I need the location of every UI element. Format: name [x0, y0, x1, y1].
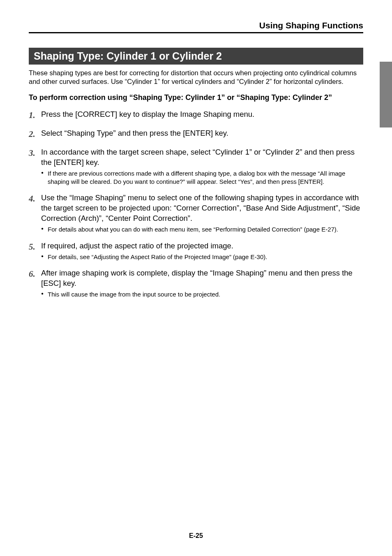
step-number: 2. [29, 128, 41, 140]
step-notes: If there are previous corrections made w… [41, 169, 363, 185]
step-body: If required, adjust the aspect ratio of … [41, 241, 363, 261]
step-number: 1. [29, 109, 41, 121]
main-content: Shaping Type: Cylinder 1 or Cylinder 2 T… [29, 48, 363, 299]
section-tab-marker [380, 62, 392, 127]
step-notes: For details, see “Adjusting the Aspect R… [41, 253, 363, 261]
procedure-steps-list: 1. Press the [CORRECT] key to display th… [29, 109, 363, 299]
procedure-step: 6. After image shaping work is complete,… [29, 268, 363, 298]
step-number: 6. [29, 268, 41, 298]
step-notes: This will cause the image from the input… [41, 290, 363, 299]
step-note: This will cause the image from the input… [41, 290, 363, 299]
step-text: Press the [CORRECT] key to display the I… [41, 109, 363, 120]
step-note: For details about what you can do with e… [41, 225, 363, 234]
step-text: If required, adjust the aspect ratio of … [41, 241, 363, 251]
step-body: Use the “Image Shaping” menu to select o… [41, 193, 363, 233]
procedure-step: 2. Select “Shaping Type” and then press … [29, 128, 363, 140]
running-header-title: Using Shaping Functions [29, 21, 363, 32]
step-text: Select “Shaping Type” and then press the… [41, 128, 363, 139]
step-note: For details, see “Adjusting the Aspect R… [41, 253, 363, 261]
procedure-step: 1. Press the [CORRECT] key to display th… [29, 109, 363, 121]
step-text: In accordance with the target screen sha… [41, 147, 363, 168]
step-note: If there are previous corrections made w… [41, 169, 363, 185]
header-rule [29, 32, 363, 33]
procedure-step: 3. In accordance with the target screen … [29, 147, 363, 185]
page-container: Using Shaping Functions Shaping Type: Cy… [0, 0, 392, 556]
step-body: After image shaping work is complete, di… [41, 268, 363, 298]
page-number: E-25 [0, 532, 392, 540]
step-text: Use the “Image Shaping” menu to select o… [41, 193, 363, 224]
section-heading: Shaping Type: Cylinder 1 or Cylinder 2 [29, 48, 363, 65]
step-number: 5. [29, 241, 41, 261]
step-body: Press the [CORRECT] key to display the I… [41, 109, 363, 121]
step-text: After image shaping work is complete, di… [41, 268, 363, 289]
step-body: In accordance with the target screen sha… [41, 147, 363, 185]
step-body: Select “Shaping Type” and then press the… [41, 128, 363, 140]
procedure-subheading: To perform correction using “Shaping Typ… [29, 93, 363, 102]
step-notes: For details about what you can do with e… [41, 225, 363, 234]
page-header: Using Shaping Functions [29, 21, 363, 33]
step-number: 3. [29, 147, 41, 185]
procedure-step: 4. Use the “Image Shaping” menu to selec… [29, 193, 363, 233]
step-number: 4. [29, 193, 41, 233]
procedure-step: 5. If required, adjust the aspect ratio … [29, 241, 363, 261]
section-intro-paragraph: These shaping types are best for correct… [29, 69, 363, 86]
